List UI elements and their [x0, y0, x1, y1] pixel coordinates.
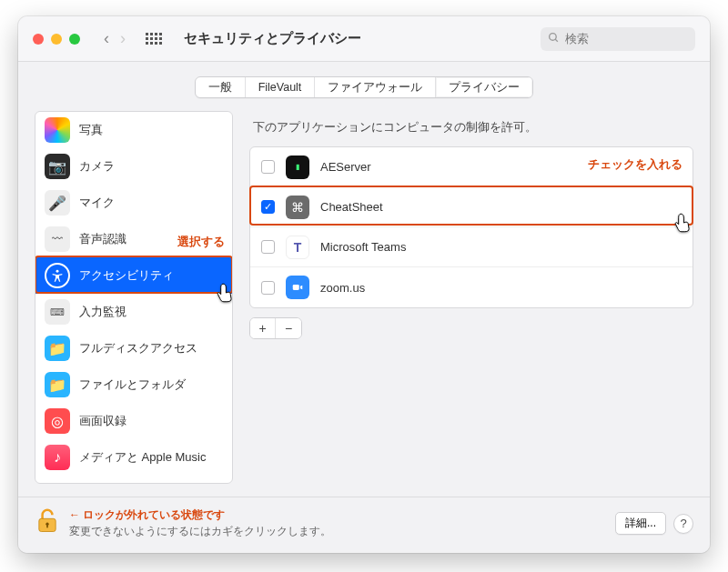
- close-window-button[interactable]: [33, 34, 44, 45]
- remove-button[interactable]: −: [276, 318, 301, 338]
- sidebar-item-input-monitoring[interactable]: ⌨︎ 入力監視: [35, 294, 232, 330]
- sidebar-item-label: フルディスクアクセス: [79, 340, 197, 356]
- svg-point-0: [550, 33, 557, 40]
- app-name: zoom.us: [320, 281, 365, 295]
- sidebar-item-label: ファイルとフォルダ: [79, 376, 186, 393]
- help-button[interactable]: ?: [673, 514, 693, 534]
- lock-icon[interactable]: [35, 507, 60, 540]
- folder-icon: 📁: [45, 372, 70, 397]
- sidebar-item-media-apple-music[interactable]: ♪ メディアと Apple Music: [35, 439, 232, 476]
- app-row-aeserver[interactable]: ▮ AEServer: [250, 147, 693, 187]
- tab-general[interactable]: 一般: [196, 77, 246, 97]
- minimize-window-button[interactable]: [51, 34, 62, 45]
- app-row-teams[interactable]: T Microsoft Teams: [250, 227, 693, 267]
- app-icon: [286, 276, 309, 299]
- search-field[interactable]: [541, 27, 695, 51]
- sidebar-item-label: 画面収録: [79, 413, 126, 429]
- back-button[interactable]: ‹: [104, 29, 109, 48]
- description-text: 下のアプリケーションにコンピュータの制御を許可。: [249, 111, 693, 146]
- footer: ← ロックが外れている状態です 変更できないようにするにはカギをクリックします。…: [18, 497, 710, 553]
- sidebar-item-photos[interactable]: 写真: [35, 112, 232, 148]
- svg-rect-6: [46, 525, 48, 527]
- add-remove-buttons: + −: [249, 317, 302, 339]
- app-name: Microsoft Teams: [320, 240, 406, 254]
- show-all-button[interactable]: [146, 33, 162, 45]
- sidebar-item-label: 写真: [79, 122, 103, 138]
- search-icon: [548, 32, 560, 46]
- content-area: 写真 📷 カメラ 🎤 マイク 〰 音声認識: [18, 111, 710, 497]
- svg-point-2: [56, 270, 59, 273]
- microphone-icon: 🎤: [45, 190, 70, 216]
- sidebar-item-screen-recording[interactable]: ◎ 画面収録: [35, 403, 232, 439]
- sidebar-item-label: アクセシビリティ: [79, 267, 174, 284]
- keyboard-icon: ⌨︎: [45, 299, 70, 325]
- sidebar-item-microphone[interactable]: 🎤 マイク: [35, 185, 232, 221]
- segmented-control: 一般 FileVault ファイアウォール プライバシー: [195, 76, 534, 98]
- folder-icon: 📁: [45, 336, 70, 361]
- prefs-window: ‹ › セキュリティとプライバシー 一般 FileVault ファイアウォール …: [18, 16, 710, 553]
- tab-filevault[interactable]: FileVault: [246, 77, 316, 97]
- app-icon: T: [286, 236, 309, 259]
- sidebar-item-label: マイク: [79, 195, 115, 211]
- checkbox[interactable]: [261, 240, 275, 254]
- app-icon: ▮: [286, 156, 309, 179]
- sidebar-item-label: カメラ: [79, 158, 115, 175]
- main-panel: 下のアプリケーションにコンピュータの制御を許可。 ▮ AEServer ✓ ⌘ …: [249, 111, 693, 484]
- zoom-window-button[interactable]: [69, 34, 80, 45]
- sidebar-item-files-folders[interactable]: 📁 ファイルとフォルダ: [35, 366, 232, 403]
- tab-bar: 一般 FileVault ファイアウォール プライバシー: [18, 62, 710, 111]
- tab-privacy[interactable]: プライバシー: [436, 77, 532, 97]
- footer-text: ← ロックが外れている状態です 変更できないようにするにはカギをクリックします。: [69, 507, 331, 539]
- accessibility-icon: [45, 263, 70, 288]
- traffic-lights: [33, 34, 80, 45]
- sidebar-item-label: 音声認識: [79, 231, 126, 247]
- search-input[interactable]: [565, 32, 688, 45]
- app-row-cheatsheet[interactable]: ✓ ⌘ CheatSheet: [250, 187, 693, 227]
- add-button[interactable]: +: [250, 318, 276, 338]
- checkbox[interactable]: [261, 160, 275, 174]
- forward-button[interactable]: ›: [120, 29, 126, 48]
- details-button[interactable]: 詳細...: [615, 512, 666, 535]
- sidebar-item-label: 入力監視: [79, 304, 126, 320]
- checkbox[interactable]: ✓: [261, 200, 275, 214]
- photos-icon: [45, 117, 70, 143]
- app-icon: ⌘: [286, 196, 309, 219]
- app-list: ▮ AEServer ✓ ⌘ CheatSheet T Microsoft Te…: [249, 146, 693, 308]
- sidebar-item-full-disk[interactable]: 📁 フルディスクアクセス: [35, 330, 232, 366]
- camera-icon: 📷: [45, 154, 70, 179]
- sidebar-item-accessibility[interactable]: アクセシビリティ: [35, 257, 232, 294]
- app-name: AEServer: [320, 160, 371, 174]
- window-title: セキュリティとプライバシー: [184, 30, 361, 47]
- record-icon: ◎: [45, 408, 70, 434]
- svg-line-1: [555, 39, 558, 42]
- app-row-zoom[interactable]: zoom.us: [250, 267, 693, 307]
- speech-icon: 〰: [45, 226, 70, 252]
- tab-firewall[interactable]: ファイアウォール: [315, 77, 436, 97]
- footer-subtitle: 変更できないようにするにはカギをクリックします。: [69, 523, 331, 539]
- music-icon: ♪: [45, 445, 70, 470]
- footer-title: ← ロックが外れている状態です: [69, 507, 331, 523]
- sidebar-item-speech[interactable]: 〰 音声認識: [35, 221, 232, 257]
- sidebar-item-camera[interactable]: 📷 カメラ: [35, 148, 232, 185]
- privacy-sidebar: 写真 📷 カメラ 🎤 マイク 〰 音声認識: [35, 111, 233, 484]
- nav-buttons: ‹ ›: [104, 29, 126, 48]
- sidebar-item-label: メディアと Apple Music: [79, 449, 206, 466]
- svg-rect-3: [293, 285, 299, 290]
- titlebar: ‹ › セキュリティとプライバシー: [18, 16, 710, 62]
- app-name: CheatSheet: [320, 200, 383, 214]
- checkbox[interactable]: [261, 281, 275, 295]
